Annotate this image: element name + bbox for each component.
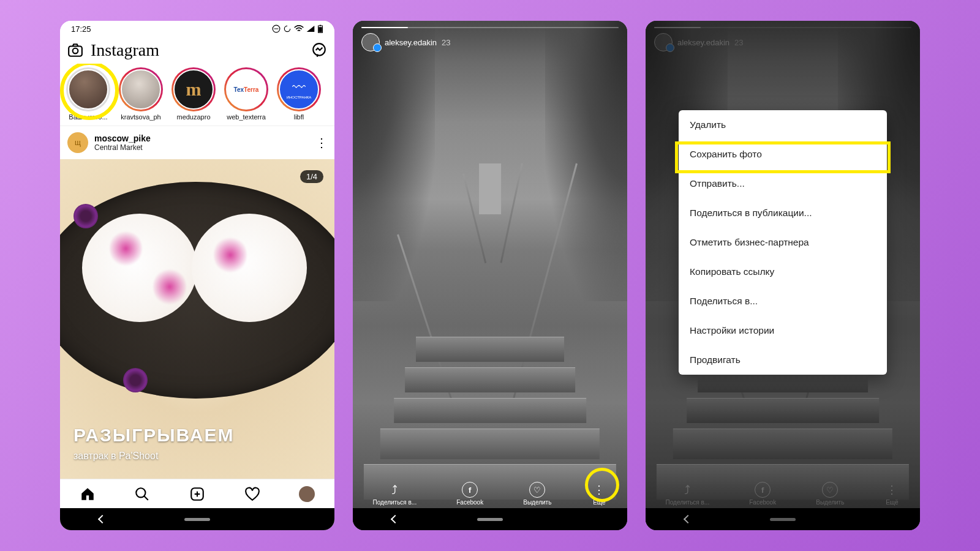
nav-search-icon[interactable] xyxy=(134,486,150,502)
menu-send[interactable]: Отправить... xyxy=(679,169,887,198)
menu-promote[interactable]: Продвигать xyxy=(679,345,887,375)
post-more-icon[interactable]: ⋮ xyxy=(315,135,327,150)
story-more-menu: Удалить Сохранить фото Отправить... Поде… xyxy=(679,110,887,375)
back-button[interactable] xyxy=(391,515,399,523)
instagram-logo: Instagram xyxy=(91,40,159,60)
carousel-badge: 1/4 xyxy=(300,170,323,183)
menu-share-to[interactable]: Поделиться в... xyxy=(679,287,887,316)
bottom-nav xyxy=(60,479,334,508)
svg-line-9 xyxy=(145,496,149,500)
android-navbar xyxy=(353,508,627,530)
svg-rect-4 xyxy=(318,27,322,32)
story-header: aleksey.edakin 23 xyxy=(353,21,627,51)
menu-delete[interactable]: Удалить xyxy=(679,110,887,140)
post-image[interactable]: 1/4 РАЗЫГРЫВАЕМ завтрак в Pa'Shoot xyxy=(60,159,334,479)
story-progress xyxy=(361,27,619,28)
story-highlight-button[interactable]: ♡Выделить xyxy=(523,482,551,506)
battery-icon xyxy=(317,24,323,33)
rotate-icon xyxy=(283,24,292,33)
story-item[interactable]: kravtsova_ph xyxy=(119,67,163,121)
menu-tag-partner[interactable]: Отметить бизнес-партнера xyxy=(679,228,887,257)
story-more-button[interactable]: ⋮Ещё xyxy=(591,482,607,506)
nav-heart-icon[interactable] xyxy=(244,486,260,502)
story-own[interactable]: Ваша исто... xyxy=(66,67,110,121)
story-facebook-button[interactable]: fFacebook xyxy=(456,482,483,506)
stories-row[interactable]: Ваша исто... kravtsova_ph m meduzapro Te… xyxy=(60,64,334,126)
story-item[interactable]: TexTerra web_texterra xyxy=(224,67,268,121)
phone-story-menu: aleksey.edakin 23 Удалить Сохранить фото… xyxy=(646,21,920,530)
story-image[interactable] xyxy=(353,21,627,530)
android-navbar xyxy=(60,508,334,530)
story-user[interactable]: aleksey.edakin 23 xyxy=(361,33,619,51)
svg-point-6 xyxy=(73,48,78,54)
nav-home-icon[interactable] xyxy=(80,486,96,502)
svg-point-8 xyxy=(137,488,146,497)
post-location[interactable]: Central Market xyxy=(94,143,309,152)
post-header[interactable]: щ moscow_pike Central Market ⋮ xyxy=(60,126,334,159)
back-button[interactable] xyxy=(98,515,107,523)
story-footer: ⤴Поделиться в... fFacebook ♡Выделить ⋮Ещ… xyxy=(353,477,627,508)
menu-copy-link[interactable]: Копировать ссылку xyxy=(679,257,887,287)
post-overlay-text: РАЗЫГРЫВАЕМ завтрак в Pa'Shoot xyxy=(74,425,234,462)
phone-feed: 17:25 Instagram Ваша исто... kravtsova_p… xyxy=(60,21,334,530)
svg-rect-3 xyxy=(320,25,322,26)
dnd-icon xyxy=(272,24,281,33)
story-item[interactable]: m meduzapro xyxy=(172,67,216,121)
wifi-icon xyxy=(294,25,304,32)
menu-story-settings[interactable]: Настройки истории xyxy=(679,316,887,345)
signal-icon xyxy=(306,25,315,32)
status-time: 17:25 xyxy=(71,24,91,34)
home-button[interactable] xyxy=(184,518,210,521)
menu-share-to-post[interactable]: Поделиться в публикации... xyxy=(679,198,887,228)
nav-profile-icon[interactable] xyxy=(299,486,315,502)
nav-add-icon[interactable] xyxy=(189,486,205,502)
messenger-icon[interactable] xyxy=(311,42,327,58)
status-bar: 17:25 xyxy=(60,21,334,37)
app-header: Instagram xyxy=(60,37,334,64)
home-button[interactable] xyxy=(477,518,503,521)
camera-icon[interactable] xyxy=(67,42,83,58)
post-username[interactable]: moscow_pike xyxy=(94,133,309,143)
story-item[interactable]: 〰ИНОСТРАНКА libfl xyxy=(277,67,321,121)
menu-save-photo[interactable]: Сохранить фото xyxy=(679,140,887,169)
story-share-button[interactable]: ⤴Поделиться в... xyxy=(373,482,417,506)
story-avatar[interactable] xyxy=(361,33,380,51)
post-avatar[interactable]: щ xyxy=(67,132,88,153)
status-icons xyxy=(272,24,323,33)
phone-story: aleksey.edakin 23 ⤴Поделиться в... fFace… xyxy=(353,21,627,530)
